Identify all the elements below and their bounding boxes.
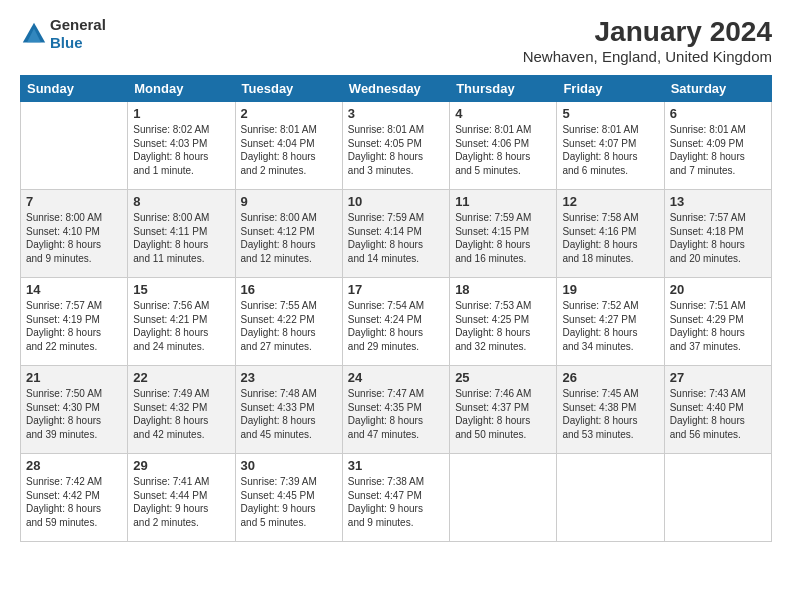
day-number: 27 xyxy=(670,370,766,385)
day-number: 3 xyxy=(348,106,444,121)
day-info: Sunrise: 7:49 AM Sunset: 4:32 PM Dayligh… xyxy=(133,387,229,441)
table-row: 7Sunrise: 8:00 AM Sunset: 4:10 PM Daylig… xyxy=(21,190,128,278)
day-number: 24 xyxy=(348,370,444,385)
day-info: Sunrise: 7:46 AM Sunset: 4:37 PM Dayligh… xyxy=(455,387,551,441)
table-row: 14Sunrise: 7:57 AM Sunset: 4:19 PM Dayli… xyxy=(21,278,128,366)
day-number: 30 xyxy=(241,458,337,473)
day-info: Sunrise: 7:41 AM Sunset: 4:44 PM Dayligh… xyxy=(133,475,229,529)
calendar-week-row: 14Sunrise: 7:57 AM Sunset: 4:19 PM Dayli… xyxy=(21,278,772,366)
calendar-header-row: Sunday Monday Tuesday Wednesday Thursday… xyxy=(21,76,772,102)
day-info: Sunrise: 7:50 AM Sunset: 4:30 PM Dayligh… xyxy=(26,387,122,441)
day-number: 9 xyxy=(241,194,337,209)
table-row: 17Sunrise: 7:54 AM Sunset: 4:24 PM Dayli… xyxy=(342,278,449,366)
day-number: 31 xyxy=(348,458,444,473)
table-row xyxy=(450,454,557,542)
col-sunday: Sunday xyxy=(21,76,128,102)
table-row: 19Sunrise: 7:52 AM Sunset: 4:27 PM Dayli… xyxy=(557,278,664,366)
table-row: 1Sunrise: 8:02 AM Sunset: 4:03 PM Daylig… xyxy=(128,102,235,190)
day-number: 10 xyxy=(348,194,444,209)
day-info: Sunrise: 8:02 AM Sunset: 4:03 PM Dayligh… xyxy=(133,123,229,177)
table-row: 3Sunrise: 8:01 AM Sunset: 4:05 PM Daylig… xyxy=(342,102,449,190)
day-number: 8 xyxy=(133,194,229,209)
table-row: 4Sunrise: 8:01 AM Sunset: 4:06 PM Daylig… xyxy=(450,102,557,190)
table-row: 18Sunrise: 7:53 AM Sunset: 4:25 PM Dayli… xyxy=(450,278,557,366)
day-number: 29 xyxy=(133,458,229,473)
day-info: Sunrise: 8:01 AM Sunset: 4:06 PM Dayligh… xyxy=(455,123,551,177)
day-number: 4 xyxy=(455,106,551,121)
day-info: Sunrise: 8:01 AM Sunset: 4:05 PM Dayligh… xyxy=(348,123,444,177)
day-info: Sunrise: 7:57 AM Sunset: 4:18 PM Dayligh… xyxy=(670,211,766,265)
table-row: 21Sunrise: 7:50 AM Sunset: 4:30 PM Dayli… xyxy=(21,366,128,454)
col-monday: Monday xyxy=(128,76,235,102)
day-info: Sunrise: 8:00 AM Sunset: 4:11 PM Dayligh… xyxy=(133,211,229,265)
table-row: 10Sunrise: 7:59 AM Sunset: 4:14 PM Dayli… xyxy=(342,190,449,278)
day-info: Sunrise: 7:54 AM Sunset: 4:24 PM Dayligh… xyxy=(348,299,444,353)
logo-blue: Blue xyxy=(50,34,83,51)
day-info: Sunrise: 7:55 AM Sunset: 4:22 PM Dayligh… xyxy=(241,299,337,353)
main-title: January 2024 xyxy=(523,16,772,48)
page-container: General Blue January 2024 Newhaven, Engl… xyxy=(0,0,792,612)
table-row: 26Sunrise: 7:45 AM Sunset: 4:38 PM Dayli… xyxy=(557,366,664,454)
table-row xyxy=(664,454,771,542)
table-row: 6Sunrise: 8:01 AM Sunset: 4:09 PM Daylig… xyxy=(664,102,771,190)
table-row: 20Sunrise: 7:51 AM Sunset: 4:29 PM Dayli… xyxy=(664,278,771,366)
day-info: Sunrise: 7:38 AM Sunset: 4:47 PM Dayligh… xyxy=(348,475,444,529)
day-number: 17 xyxy=(348,282,444,297)
day-info: Sunrise: 7:39 AM Sunset: 4:45 PM Dayligh… xyxy=(241,475,337,529)
day-number: 18 xyxy=(455,282,551,297)
day-number: 26 xyxy=(562,370,658,385)
logo: General Blue xyxy=(20,16,106,52)
day-info: Sunrise: 8:00 AM Sunset: 4:10 PM Dayligh… xyxy=(26,211,122,265)
day-info: Sunrise: 7:59 AM Sunset: 4:15 PM Dayligh… xyxy=(455,211,551,265)
day-info: Sunrise: 7:57 AM Sunset: 4:19 PM Dayligh… xyxy=(26,299,122,353)
col-wednesday: Wednesday xyxy=(342,76,449,102)
day-info: Sunrise: 8:01 AM Sunset: 4:04 PM Dayligh… xyxy=(241,123,337,177)
calendar-week-row: 7Sunrise: 8:00 AM Sunset: 4:10 PM Daylig… xyxy=(21,190,772,278)
table-row: 11Sunrise: 7:59 AM Sunset: 4:15 PM Dayli… xyxy=(450,190,557,278)
subtitle: Newhaven, England, United Kingdom xyxy=(523,48,772,65)
table-row: 13Sunrise: 7:57 AM Sunset: 4:18 PM Dayli… xyxy=(664,190,771,278)
day-info: Sunrise: 7:52 AM Sunset: 4:27 PM Dayligh… xyxy=(562,299,658,353)
day-info: Sunrise: 7:53 AM Sunset: 4:25 PM Dayligh… xyxy=(455,299,551,353)
logo-text: General Blue xyxy=(50,16,106,52)
day-info: Sunrise: 7:56 AM Sunset: 4:21 PM Dayligh… xyxy=(133,299,229,353)
day-number: 13 xyxy=(670,194,766,209)
day-number: 2 xyxy=(241,106,337,121)
logo-general: General xyxy=(50,16,106,33)
calendar-week-row: 28Sunrise: 7:42 AM Sunset: 4:42 PM Dayli… xyxy=(21,454,772,542)
day-number: 6 xyxy=(670,106,766,121)
table-row: 23Sunrise: 7:48 AM Sunset: 4:33 PM Dayli… xyxy=(235,366,342,454)
col-thursday: Thursday xyxy=(450,76,557,102)
day-number: 22 xyxy=(133,370,229,385)
table-row: 31Sunrise: 7:38 AM Sunset: 4:47 PM Dayli… xyxy=(342,454,449,542)
day-info: Sunrise: 7:43 AM Sunset: 4:40 PM Dayligh… xyxy=(670,387,766,441)
calendar-table: Sunday Monday Tuesday Wednesday Thursday… xyxy=(20,75,772,542)
table-row: 24Sunrise: 7:47 AM Sunset: 4:35 PM Dayli… xyxy=(342,366,449,454)
col-tuesday: Tuesday xyxy=(235,76,342,102)
table-row xyxy=(557,454,664,542)
day-info: Sunrise: 7:58 AM Sunset: 4:16 PM Dayligh… xyxy=(562,211,658,265)
day-info: Sunrise: 8:01 AM Sunset: 4:09 PM Dayligh… xyxy=(670,123,766,177)
day-number: 14 xyxy=(26,282,122,297)
col-saturday: Saturday xyxy=(664,76,771,102)
table-row xyxy=(21,102,128,190)
day-info: Sunrise: 7:59 AM Sunset: 4:14 PM Dayligh… xyxy=(348,211,444,265)
day-number: 23 xyxy=(241,370,337,385)
day-number: 12 xyxy=(562,194,658,209)
table-row: 27Sunrise: 7:43 AM Sunset: 4:40 PM Dayli… xyxy=(664,366,771,454)
calendar-week-row: 21Sunrise: 7:50 AM Sunset: 4:30 PM Dayli… xyxy=(21,366,772,454)
day-info: Sunrise: 7:42 AM Sunset: 4:42 PM Dayligh… xyxy=(26,475,122,529)
day-number: 15 xyxy=(133,282,229,297)
day-number: 5 xyxy=(562,106,658,121)
table-row: 22Sunrise: 7:49 AM Sunset: 4:32 PM Dayli… xyxy=(128,366,235,454)
table-row: 29Sunrise: 7:41 AM Sunset: 4:44 PM Dayli… xyxy=(128,454,235,542)
table-row: 2Sunrise: 8:01 AM Sunset: 4:04 PM Daylig… xyxy=(235,102,342,190)
table-row: 5Sunrise: 8:01 AM Sunset: 4:07 PM Daylig… xyxy=(557,102,664,190)
day-info: Sunrise: 7:47 AM Sunset: 4:35 PM Dayligh… xyxy=(348,387,444,441)
day-info: Sunrise: 7:48 AM Sunset: 4:33 PM Dayligh… xyxy=(241,387,337,441)
table-row: 16Sunrise: 7:55 AM Sunset: 4:22 PM Dayli… xyxy=(235,278,342,366)
day-number: 19 xyxy=(562,282,658,297)
day-number: 20 xyxy=(670,282,766,297)
day-info: Sunrise: 8:00 AM Sunset: 4:12 PM Dayligh… xyxy=(241,211,337,265)
table-row: 25Sunrise: 7:46 AM Sunset: 4:37 PM Dayli… xyxy=(450,366,557,454)
